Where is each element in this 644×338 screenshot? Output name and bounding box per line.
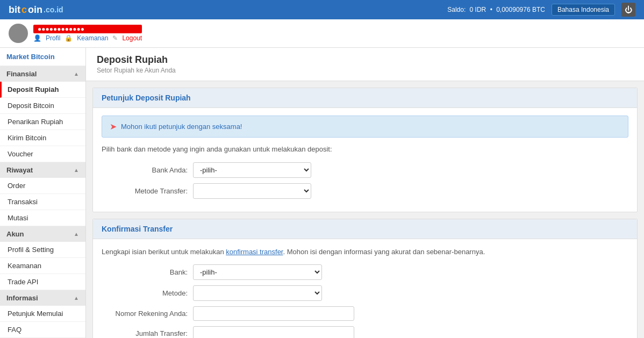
- sidebar-item-keamanan[interactable]: Keamanan: [0, 258, 85, 274]
- language-button[interactable]: Bahasa Indonesia: [552, 4, 615, 16]
- user-info: ●●●●●●●●●●●● 👤 Profil 🔒 Keamanan ✎ Logou…: [33, 25, 142, 42]
- power-button[interactable]: ⏻: [621, 3, 635, 17]
- sidebar-item-deposit-bitcoin[interactable]: Deposit Bitcoin: [0, 98, 85, 114]
- jumlah-label: Jumlah Transfer:: [102, 329, 188, 337]
- chevron-up-icon-riwayat: ▲: [74, 167, 79, 173]
- metode-label: Metode Transfer:: [102, 187, 188, 195]
- konfirmasi-section: Konfirmasi Transfer Lengkapi isian berik…: [92, 219, 638, 339]
- konfirmasi-link[interactable]: konfirmasi transfer: [226, 248, 283, 256]
- chevron-up-icon: ▲: [74, 71, 79, 77]
- avatar: [9, 24, 28, 43]
- chevron-up-icon-akun: ▲: [74, 231, 79, 237]
- bank-label: Bank Anda:: [102, 166, 188, 174]
- alert-text: Mohon ikuti petunjuk dengan seksama!: [121, 123, 242, 131]
- konfirmasi-metode-row: Metode:: [102, 285, 628, 301]
- saldo-display: Saldo: 0 IDR • 0,00090976 BTC: [447, 6, 545, 13]
- konfirmasi-bank-row: Bank: -pilih-: [102, 264, 628, 280]
- sidebar-section-riwayat[interactable]: Riwayat ▲: [0, 162, 85, 178]
- sidebar-section-akun[interactable]: Akun ▲: [0, 226, 85, 242]
- jumlah-row: Jumlah Transfer:: [102, 326, 628, 338]
- sidebar-item-penarikan-rupiah[interactable]: Penarikan Rupiah: [0, 114, 85, 130]
- deposit-description: Pilih bank dan metode yang ingin anda gu…: [102, 144, 628, 155]
- nomrek-input[interactable]: [193, 306, 354, 321]
- metode-row: Metode Transfer:: [102, 183, 628, 199]
- main-content: Deposit Rupiah Setor Rupiah ke Akun Anda…: [86, 48, 644, 338]
- site-logo: bitcoin.co.id: [9, 4, 63, 16]
- sidebar-section-informasi[interactable]: Informasi ▲: [0, 290, 85, 306]
- keamanan-link[interactable]: Keamanan: [77, 34, 108, 42]
- page-header: Deposit Rupiah Setor Rupiah ke Akun Anda: [86, 48, 644, 81]
- profil-icon: 👤: [33, 34, 41, 42]
- konfirmasi-metode-label: Metode:: [102, 289, 188, 297]
- deposit-alert: ➤ Mohon ikuti petunjuk dengan seksama!: [102, 116, 628, 138]
- sidebar-item-transaksi[interactable]: Transaksi: [0, 194, 85, 210]
- chevron-up-icon-informasi: ▲: [74, 295, 79, 301]
- logout-link[interactable]: Logout: [122, 34, 142, 42]
- sidebar-item-deposit-rupiah[interactable]: Deposit Rupiah: [0, 82, 85, 98]
- top-navigation: bitcoin.co.id Saldo: 0 IDR • 0,00090976 …: [0, 0, 644, 19]
- metode-select[interactable]: [193, 183, 311, 199]
- konfirmasi-section-body: Lengkapi isian berikut untuk melakukan k…: [93, 239, 637, 339]
- konfirmasi-description: Lengkapi isian berikut untuk melakukan k…: [102, 247, 628, 257]
- deposit-section-body: ➤ Mohon ikuti petunjuk dengan seksama! P…: [93, 108, 637, 212]
- user-links: 👤 Profil 🔒 Keamanan ✎ Logout: [33, 34, 142, 42]
- sidebar: Market Bitcoin Finansial ▲ Deposit Rupia…: [0, 48, 86, 338]
- nomrek-row: Nomor Rekening Anda:: [102, 306, 628, 321]
- profil-link[interactable]: Profil: [46, 34, 60, 42]
- jumlah-input[interactable]: [193, 326, 354, 338]
- sidebar-item-trade-api[interactable]: Trade API: [0, 274, 85, 290]
- konfirmasi-section-header: Konfirmasi Transfer: [93, 219, 637, 239]
- deposit-section: Petunjuk Deposit Rupiah ➤ Mohon ikuti pe…: [92, 88, 638, 212]
- sidebar-item-petunjuk-memulai[interactable]: Petunjuk Memulai: [0, 306, 85, 322]
- sidebar-item-profil-setting[interactable]: Profil & Setting: [0, 242, 85, 258]
- sidebar-item-mutasi[interactable]: Mutasi: [0, 210, 85, 226]
- user-bar: ●●●●●●●●●●●● 👤 Profil 🔒 Keamanan ✎ Logou…: [0, 19, 644, 48]
- arrow-icon: ➤: [110, 121, 117, 132]
- nomrek-label: Nomor Rekening Anda:: [102, 310, 188, 318]
- konfirmasi-metode-select[interactable]: [193, 285, 322, 301]
- sidebar-item-faq[interactable]: FAQ: [0, 322, 85, 338]
- sidebar-item-voucher[interactable]: Voucher: [0, 146, 85, 162]
- page-title: Deposit Rupiah: [97, 54, 633, 66]
- deposit-section-header: Petunjuk Deposit Rupiah: [93, 88, 637, 108]
- topnav-right: Saldo: 0 IDR • 0,00090976 BTC Bahasa Ind…: [447, 3, 635, 17]
- username-display: ●●●●●●●●●●●●: [33, 25, 142, 33]
- konfirmasi-bank-select[interactable]: -pilih-: [193, 264, 322, 280]
- sidebar-item-kirim-bitcoin[interactable]: Kirim Bitcoin: [0, 130, 85, 146]
- sidebar-item-order[interactable]: Order: [0, 178, 85, 194]
- bank-row: Bank Anda: -pilih-: [102, 162, 628, 178]
- sidebar-item-market-bitcoin[interactable]: Market Bitcoin: [0, 48, 85, 66]
- main-layout: Market Bitcoin Finansial ▲ Deposit Rupia…: [0, 48, 644, 338]
- konfirmasi-bank-label: Bank:: [102, 268, 188, 276]
- page-subtitle: Setor Rupiah ke Akun Anda: [97, 67, 633, 74]
- sidebar-section-finansial[interactable]: Finansial ▲: [0, 66, 85, 82]
- bank-select[interactable]: -pilih-: [193, 162, 311, 178]
